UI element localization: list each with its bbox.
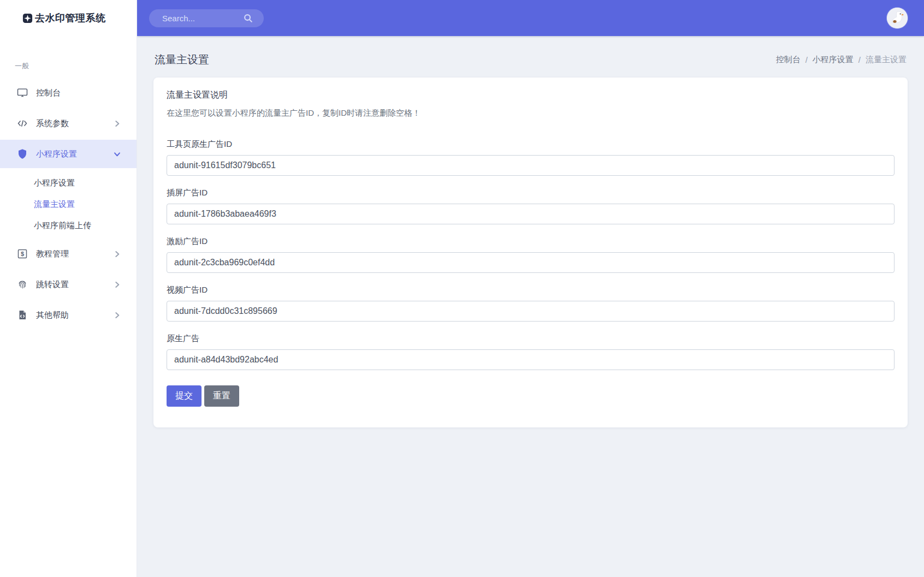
sidebar-item-label: 小程序设置 xyxy=(36,149,77,159)
shield-icon xyxy=(17,148,28,159)
sidebar-item-label: 其他帮助 xyxy=(36,310,69,320)
sidebar-subitem-miniprogram-settings[interactable]: 小程序设置 xyxy=(0,172,137,194)
sidebar-item-label: 系统参数 xyxy=(36,118,69,129)
settings-card: 流量主设置说明 在这里您可以设置小程序的流量主广告ID，复制ID时请注意删除空格… xyxy=(153,78,908,427)
file-code-icon xyxy=(17,310,28,320)
sidebar-subitem-label: 流量主设置 xyxy=(34,199,75,210)
chevron-right-icon xyxy=(114,121,120,127)
top-header xyxy=(137,0,924,36)
sidebar-subitem-label: 小程序设置 xyxy=(34,178,75,188)
form-group-tool-native-ad: 工具页原生广告ID xyxy=(167,139,895,176)
user-avatar[interactable] xyxy=(887,8,908,28)
breadcrumb: 控制台 / 小程序设置 / 流量主设置 xyxy=(776,55,907,65)
sidebar-item-tutorial-management[interactable]: $ 教程管理 xyxy=(0,240,137,268)
chevron-right-icon xyxy=(114,282,120,288)
sidebar-item-label: 跳转设置 xyxy=(36,279,69,290)
page-header: 流量主设置 控制台 / 小程序设置 / 流量主设置 xyxy=(153,36,908,78)
video-ad-input[interactable] xyxy=(167,301,895,322)
tool-native-ad-label: 工具页原生广告ID xyxy=(167,139,895,150)
code-icon xyxy=(17,118,28,129)
sidebar-item-miniprogram-settings[interactable]: 小程序设置 xyxy=(0,140,137,168)
breadcrumb-item-console[interactable]: 控制台 xyxy=(776,55,801,65)
sidebar-nav: 控制台 系统参数 小程序设置 小程序设 xyxy=(0,79,137,329)
form-group-reward-ad: 激励广告ID xyxy=(167,236,895,273)
page-title: 流量主设置 xyxy=(155,52,209,67)
search-input[interactable] xyxy=(162,14,239,23)
sidebar-item-other-help[interactable]: 其他帮助 xyxy=(0,301,137,329)
sidebar-item-system-params[interactable]: 系统参数 xyxy=(0,109,137,138)
form-actions: 提交 重置 xyxy=(167,385,895,407)
sidebar-item-redirect-settings[interactable]: 跳转设置 xyxy=(0,270,137,299)
traffic-settings-form: 工具页原生广告ID 插屏广告ID 激励广告ID 视频广告ID 原生广告 提交 xyxy=(167,139,895,407)
reward-ad-label: 激励广告ID xyxy=(167,236,895,247)
chevron-down-icon xyxy=(114,151,120,157)
sidebar-subitem-label: 小程序前端上传 xyxy=(34,221,91,231)
breadcrumb-separator: / xyxy=(805,55,808,64)
native-ad-input[interactable] xyxy=(167,349,895,370)
submit-button[interactable]: 提交 xyxy=(167,385,202,407)
sidebar: 去水印管理系统 一般 控制台 系统参数 小程序设置 xyxy=(0,0,137,577)
breadcrumb-separator: / xyxy=(858,55,861,64)
breadcrumb-item-miniprogram-settings[interactable]: 小程序设置 xyxy=(813,55,854,65)
card-description: 在这里您可以设置小程序的流量主广告ID，复制ID时请注意删除空格！ xyxy=(167,108,895,118)
sidebar-item-label: 控制台 xyxy=(36,88,61,98)
main-content: 流量主设置 控制台 / 小程序设置 / 流量主设置 流量主设置说明 在这里您可以… xyxy=(137,36,924,577)
app-logo[interactable]: 去水印管理系统 xyxy=(0,0,137,36)
form-group-interstitial-ad: 插屏广告ID xyxy=(167,188,895,224)
card-heading: 流量主设置说明 xyxy=(167,90,895,101)
tool-native-ad-input[interactable] xyxy=(167,155,895,176)
search-box[interactable] xyxy=(149,9,264,27)
native-ad-label: 原生广告 xyxy=(167,334,895,344)
interstitial-ad-label: 插屏广告ID xyxy=(167,188,895,198)
reset-button[interactable]: 重置 xyxy=(204,385,239,407)
chevron-right-icon xyxy=(114,312,120,318)
breadcrumb-item-current: 流量主设置 xyxy=(866,55,907,65)
sidebar-subitem-traffic-settings[interactable]: 流量主设置 xyxy=(0,194,137,215)
form-group-video-ad: 视频广告ID xyxy=(167,285,895,322)
app-title: 去水印管理系统 xyxy=(35,11,106,25)
goose-avatar-image xyxy=(887,8,908,28)
sidebar-item-label: 教程管理 xyxy=(36,249,69,259)
sidebar-submenu: 小程序设置 流量主设置 小程序前端上传 xyxy=(0,170,137,240)
chevron-right-icon xyxy=(114,251,120,257)
sidebar-subitem-frontend-upload[interactable]: 小程序前端上传 xyxy=(0,215,137,236)
search-icon[interactable] xyxy=(244,14,253,23)
sidebar-item-console[interactable]: 控制台 xyxy=(0,79,137,107)
nav-section-label: 一般 xyxy=(15,61,137,71)
form-group-native-ad: 原生广告 xyxy=(167,334,895,370)
dollar-square-icon: $ xyxy=(17,248,28,259)
svg-text:$: $ xyxy=(21,251,24,257)
logo-shield-icon xyxy=(22,13,33,23)
monitor-icon xyxy=(17,87,28,98)
video-ad-label: 视频广告ID xyxy=(167,285,895,295)
interstitial-ad-input[interactable] xyxy=(167,204,895,224)
fingerprint-icon xyxy=(17,279,28,290)
reward-ad-input[interactable] xyxy=(167,252,895,273)
